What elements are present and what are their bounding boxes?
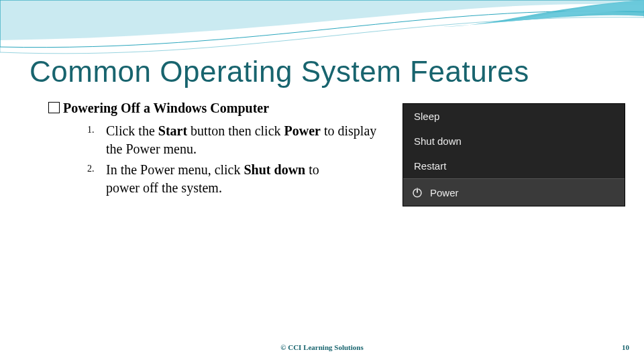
power-button-row[interactable]: Power xyxy=(403,178,625,206)
power-label: Power xyxy=(430,187,459,198)
step-2: In the Power menu, click Shut down to po… xyxy=(106,161,388,197)
footer-copyright: © CCI Learning Solutions xyxy=(0,343,644,351)
power-menu-panel: Sleep Shut down Restart Power xyxy=(402,103,625,206)
slide-subtitle: Powering Off a Windows Computer xyxy=(48,101,269,116)
text: In the Power menu, click xyxy=(106,162,244,177)
steps-list: Click the Start button then click Power … xyxy=(87,122,388,200)
header-swoosh xyxy=(0,0,644,57)
text: to xyxy=(305,162,319,177)
page-number: 10 xyxy=(622,343,629,351)
slide-title: Common Operating System Features xyxy=(30,55,529,88)
text: power off the system. xyxy=(106,180,222,195)
bullet-square-icon xyxy=(48,102,60,113)
text: button then click xyxy=(187,123,284,138)
power-icon xyxy=(411,186,423,198)
text: Click the xyxy=(106,123,158,138)
menu-item-sleep[interactable]: Sleep xyxy=(403,104,625,129)
text-bold: Start xyxy=(158,123,187,138)
text-bold: Power xyxy=(284,123,321,138)
menu-item-shutdown[interactable]: Shut down xyxy=(403,129,625,154)
step-1: Click the Start button then click Power … xyxy=(106,122,388,158)
subtitle-text: Powering Off a Windows Computer xyxy=(63,101,269,115)
text-bold: Shut down xyxy=(244,162,306,177)
menu-item-restart[interactable]: Restart xyxy=(403,154,625,178)
